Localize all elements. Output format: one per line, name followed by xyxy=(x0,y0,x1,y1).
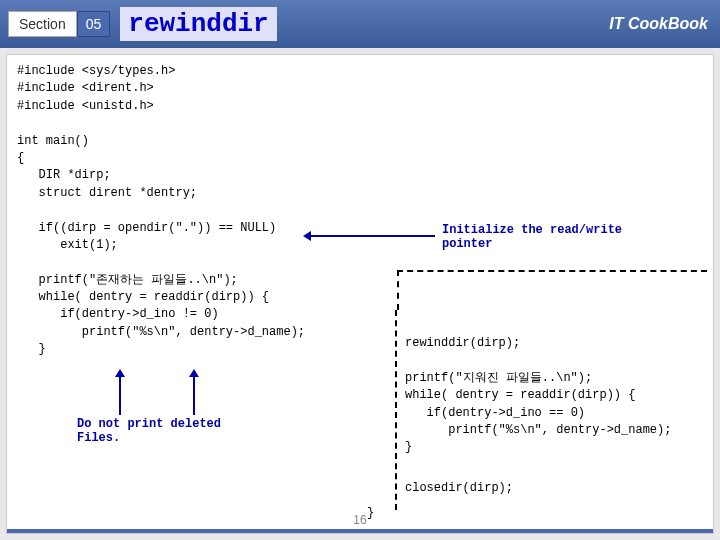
annotation-initialize: Initialize the read/write pointer xyxy=(442,223,642,251)
slide-title: rewinddir xyxy=(120,7,276,41)
page-number: 16 xyxy=(353,513,366,527)
annotation-deleted: Do not print deleted Files. xyxy=(77,417,247,445)
arrow-icon xyxy=(309,235,435,237)
code-closedir: closedir(dirp); xyxy=(405,480,513,497)
dashed-connector-top xyxy=(397,270,707,310)
section-number: 05 xyxy=(77,11,111,37)
brand-label: IT CookBook xyxy=(609,15,708,33)
arrow-icon xyxy=(193,375,195,415)
arrow-icon xyxy=(119,375,121,415)
slide-header: Section 05 rewinddir IT CookBook xyxy=(0,0,720,48)
section-label: Section xyxy=(8,11,77,37)
code-closing-brace: } xyxy=(367,505,374,522)
footer-accent xyxy=(7,529,713,533)
dashed-connector-side xyxy=(395,310,397,510)
code-block-right: rewinddir(dirp); printf("지워진 파일들..\n"); … xyxy=(405,335,671,457)
slide-content: #include <sys/types.h> #include <dirent.… xyxy=(6,54,714,534)
code-block-left: #include <sys/types.h> #include <dirent.… xyxy=(17,63,305,359)
